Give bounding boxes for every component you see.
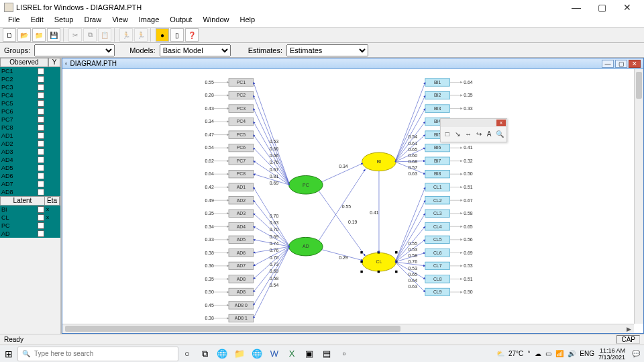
statusbar: Ready CAP	[0, 334, 644, 345]
svg-text:CL3: CL3	[433, 211, 442, 216]
excel-icon[interactable]: X	[284, 346, 300, 362]
diagram-canvas[interactable]: PC10.55PC20.28PC30.43PC40.34PC50.47PC60.…	[62, 69, 634, 324]
taskbar-search[interactable]: 🔍 Type here to search	[17, 347, 178, 361]
svg-text:0.58: 0.58	[409, 253, 418, 258]
svg-text:0.29: 0.29	[339, 255, 348, 260]
svg-rect-154	[360, 271, 362, 273]
tool-zoom-icon[interactable]: 🔍	[496, 130, 504, 138]
onedrive-icon[interactable]: ☁	[535, 350, 541, 357]
ball-icon[interactable]: ●	[156, 28, 169, 42]
app2-icon[interactable]: ▤	[319, 346, 335, 362]
latent-header[interactable]: Latent	[1, 197, 45, 205]
svg-text:0.76: 0.76	[270, 160, 279, 165]
svg-text:AD1: AD1	[237, 185, 246, 189]
svg-text:PC: PC	[303, 183, 309, 187]
svg-text:AD8 1: AD8 1	[235, 316, 248, 320]
menu-file[interactable]: File	[3, 15, 25, 27]
observed-list[interactable]: PC1 PC2 PC3 PC4 PC5 PC6 PC7 PC8 AD1 AD2 …	[0, 67, 60, 196]
svg-text:0.35: 0.35	[205, 277, 214, 281]
run2-icon[interactable]: 🏃	[134, 28, 148, 42]
drawing-toolbox[interactable]: x □ ↘ ↔ ↪ A 🔍	[440, 118, 507, 142]
battery-icon[interactable]: ▭	[545, 350, 551, 357]
explorer-icon[interactable]: 📁	[231, 346, 248, 362]
start-button[interactable]: ⊞	[0, 345, 17, 363]
toolbox-close-button[interactable]: x	[496, 120, 506, 126]
maximize-button[interactable]: ▢	[589, 1, 614, 14]
svg-text:CL9: CL9	[433, 289, 442, 294]
new-file-icon[interactable]: 🗋	[3, 28, 16, 42]
browser-icon[interactable]: 🌐	[249, 346, 265, 362]
latent-list[interactable]: BIx CLx PC AD	[0, 206, 60, 238]
svg-text:0.35: 0.35	[464, 93, 473, 97]
eta-header[interactable]: Eta	[45, 197, 60, 205]
edge-icon[interactable]: 🌐	[214, 346, 230, 362]
tool-text-icon[interactable]: A	[485, 130, 493, 138]
svg-text:CL8: CL8	[433, 277, 442, 281]
diagram-titlebar[interactable]: ▫ DIAGRAM.PTH — ▢ ✕	[62, 58, 643, 69]
child-close-button[interactable]: ✕	[629, 60, 641, 68]
menu-edit[interactable]: Edit	[25, 15, 49, 27]
app1-icon[interactable]: ▣	[301, 346, 317, 362]
svg-text:0.43: 0.43	[205, 106, 214, 111]
main-toolbar: 🗋 📂 📁 💾 ✂ ⧉ 📋 🏃 🏃 ● ▯ ❓	[0, 27, 644, 43]
menu-view[interactable]: View	[107, 15, 133, 27]
menu-output[interactable]: Output	[164, 15, 197, 27]
svg-text:0.51: 0.51	[464, 185, 473, 189]
word-icon[interactable]: W	[266, 346, 282, 362]
child-minimize-button[interactable]: —	[602, 60, 614, 68]
svg-text:0.68: 0.68	[409, 159, 418, 164]
svg-text:0.76: 0.76	[270, 248, 279, 253]
child-maximize-button[interactable]: ▢	[615, 60, 627, 68]
svg-text:0.53: 0.53	[464, 263, 473, 268]
weather-icon[interactable]: ⛅	[496, 350, 504, 357]
help-icon[interactable]: ❓	[185, 28, 199, 42]
svg-text:0.63: 0.63	[409, 171, 418, 176]
svg-text:0.53: 0.53	[409, 266, 418, 271]
close-button[interactable]: ✕	[614, 1, 640, 14]
cut-icon[interactable]: ✂	[68, 28, 82, 42]
save-icon[interactable]: 💾	[47, 28, 60, 42]
notifications-icon[interactable]: 💬	[632, 350, 640, 357]
models-label: Models:	[129, 46, 156, 54]
svg-line-162	[319, 191, 365, 255]
observed-header[interactable]: Observed	[0, 58, 48, 67]
svg-text:0.76: 0.76	[409, 259, 418, 264]
estimates-select[interactable]: Estimates	[286, 44, 368, 56]
models-select[interactable]: Basic Model	[160, 44, 231, 56]
menu-setup[interactable]: Setup	[49, 15, 79, 27]
menu-image[interactable]: Image	[133, 15, 165, 27]
scroll-right-arrow-icon[interactable]: ▶	[625, 326, 633, 332]
open-file-icon[interactable]: 📂	[17, 28, 31, 42]
y-header[interactable]: Y	[48, 58, 60, 67]
svg-text:0.65: 0.65	[464, 224, 473, 229]
window-title: LISREL for Windows - DIAGRAM.PTH	[16, 3, 564, 11]
minimize-button[interactable]: —	[564, 1, 589, 14]
copy-icon[interactable]: ⧉	[83, 28, 97, 42]
tray-chevron-icon[interactable]: ˄	[527, 350, 531, 357]
taskbar-clock[interactable]: 11:16 AM 7/13/2021	[598, 347, 628, 361]
tool-arrow-icon[interactable]: ↘	[454, 130, 462, 138]
groups-select[interactable]	[34, 44, 115, 56]
lang-indicator[interactable]: ENG	[580, 350, 594, 357]
lisrel-taskbar-icon[interactable]: ▫	[336, 346, 352, 362]
sound-icon[interactable]: 🔊	[568, 350, 576, 357]
horizontal-scrollbar[interactable]: ▶	[62, 324, 634, 333]
paste-icon[interactable]: 📋	[98, 28, 111, 42]
open-file2-icon[interactable]: 📁	[32, 28, 46, 42]
svg-text:0.67: 0.67	[270, 167, 279, 172]
taskview-icon[interactable]: ⧉	[197, 346, 213, 362]
tool-curve-icon[interactable]: ↪	[475, 130, 483, 138]
svg-text:PC8: PC8	[237, 171, 246, 176]
cortana-icon[interactable]: ○	[179, 346, 195, 362]
wifi-icon[interactable]: 📶	[555, 350, 564, 357]
page-icon[interactable]: ▯	[170, 28, 184, 42]
menu-help[interactable]: Help	[235, 15, 261, 27]
menu-window[interactable]: Window	[197, 15, 234, 27]
svg-text:0.64: 0.64	[464, 80, 473, 85]
weather-text[interactable]: 27°C	[508, 350, 523, 357]
menu-draw[interactable]: Draw	[78, 15, 107, 27]
tool-rect-icon[interactable]: □	[443, 130, 451, 138]
tool-doublearrow-icon[interactable]: ↔	[464, 130, 472, 138]
run-icon[interactable]: 🏃	[119, 28, 133, 42]
vertical-scrollbar[interactable]	[634, 69, 643, 324]
